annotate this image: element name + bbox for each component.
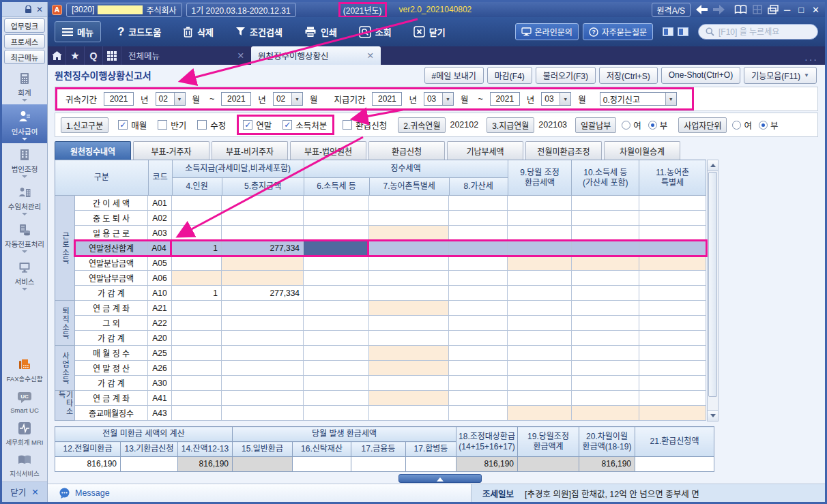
grid-cell[interactable] [304,256,369,271]
grid-cell[interactable] [508,271,572,286]
grid-cell[interactable] [449,271,508,286]
row-code-cell[interactable]: A20 [148,331,172,346]
row-label-cell[interactable]: 연 금 계 좌 [75,391,148,406]
grid-cell[interactable] [304,406,369,421]
row-label-cell[interactable]: 연말납부금액 [75,271,148,286]
grid-cell[interactable] [369,346,449,361]
row-label-cell[interactable]: 일 용 근 로 [75,226,148,241]
grid-cell[interactable] [449,346,508,361]
sidebar-item-service[interactable]: 서비스 [2,256,47,293]
panel-window-icon[interactable] [663,27,673,36]
minimize-button[interactable]: ─ [784,5,792,15]
radio-lump-no[interactable]: 부 [648,119,668,132]
grid-cell[interactable] [369,211,449,226]
grid-cell[interactable] [449,361,508,376]
grid-cell[interactable] [172,256,222,271]
grid-cell[interactable] [508,226,572,241]
grid-cell[interactable] [639,211,706,226]
grid-cell[interactable] [572,331,639,346]
save-button[interactable]: 저장(Ctrl+S) [599,67,658,84]
row-label-cell[interactable]: 가 감 계 [75,331,148,346]
table-row[interactable]: 종교매월징수A43 [75,406,706,421]
summary-value-19[interactable] [518,457,579,472]
message-panel[interactable]: Message [48,484,471,502]
grid-cell[interactable] [449,196,508,211]
checkbox-box[interactable] [158,120,167,130]
pay-to-year-input[interactable] [490,92,520,106]
grid-cell[interactable] [508,376,572,391]
summary-value-20[interactable]: 816,190 [579,457,635,472]
row-label-cell[interactable]: 그 외 [75,316,148,331]
grid-cell[interactable] [222,346,304,361]
grid-cell[interactable] [449,211,508,226]
table-row[interactable]: 중 도 퇴 사A02 [75,211,706,226]
delete-button[interactable]: 삭제 [176,22,220,42]
grid-cell[interactable] [572,361,639,376]
home-icon[interactable] [48,46,66,65]
grid-cell[interactable] [449,316,508,331]
grid-cell[interactable] [508,256,572,271]
checkbox-box[interactable] [118,120,128,130]
tab-refund-request[interactable]: 환급신청 [368,141,445,160]
summary-value-14[interactable]: 816,190 [178,457,233,472]
collapse-panel-button[interactable] [398,474,482,483]
summary-value-17b[interactable] [406,457,456,472]
grid-cell[interactable] [639,196,706,211]
row-code-cell[interactable]: A06 [148,271,172,286]
back-arrow-icon[interactable] [696,5,708,14]
table-row[interactable]: 가 감 계A101277,334 [75,286,706,301]
row-label-cell[interactable]: 간 이 세 액 [75,196,148,211]
summary-value-15[interactable] [233,457,293,472]
summary-value-18[interactable]: 816,190 [456,457,518,472]
checkbox-yearend[interactable]: 연말 [243,119,272,132]
grid-cell[interactable] [369,316,449,331]
summary-value-16[interactable] [293,457,351,472]
row-label-cell[interactable]: 종교매월징수 [75,406,148,421]
table-row[interactable]: 연말납부금액A06 [75,271,706,286]
grid-cell[interactable] [639,346,706,361]
grid-cell[interactable] [449,406,508,421]
tab-annex-nonresident[interactable]: 부표-비거주자 [212,141,288,160]
radio-circle[interactable] [732,121,741,130]
table-row[interactable]: 연 말 정 산A26 [75,361,706,376]
grid-cell[interactable]: 1 [172,241,222,256]
row-code-cell[interactable]: A03 [148,226,172,241]
closing-button[interactable]: 마감(F4) [487,67,532,84]
attr-to-year-input[interactable] [221,92,251,106]
summary-value-12[interactable]: 816,190 [55,457,121,472]
grid-cell[interactable] [508,331,572,346]
report-type-select[interactable]: 0.정기신고▼ [600,92,677,106]
grid-cell[interactable] [572,256,639,271]
grid-cell[interactable] [304,331,369,346]
row-code-cell[interactable]: A10 [148,286,172,301]
table-row[interactable]: 연말분납금액A05 [75,256,706,271]
pay-to-month-select[interactable]: 03▼ [541,92,571,106]
sidebar-item-tax-mri[interactable]: 세무회계 MRI [2,417,47,450]
radio-bizunit-no[interactable]: 부 [759,119,779,132]
tab-annex-resident[interactable]: 부표-거주자 [133,141,209,160]
grid-cell[interactable] [304,391,369,406]
grid-cell[interactable] [222,316,304,331]
table-row[interactable]: 연말정산합계A041277,334 [75,241,706,256]
grid-cell[interactable] [639,331,706,346]
grid-cell[interactable] [449,391,508,406]
function-group-button[interactable]: 기능모음(F11)▼ [744,67,817,84]
grid-cell[interactable] [639,286,706,301]
radio-circle[interactable] [622,121,630,130]
sidebar-button-process[interactable]: 프로세스 [4,34,45,48]
grid-cell[interactable] [304,346,369,361]
code-help-button[interactable]: ? 코드도움 [111,22,168,42]
panel-window-icon-2[interactable] [678,27,688,36]
close-button[interactable]: ✕ [812,5,821,15]
grid-cell[interactable] [572,301,639,316]
grid-cell[interactable] [369,226,449,241]
close-form-button[interactable]: 닫기 [407,22,452,42]
grid-cell[interactable] [222,361,304,376]
mail-send-button[interactable]: #메일 보내기 [424,67,484,84]
tab-all-menu[interactable]: 전체메뉴 ✕ [121,46,251,65]
menu-button[interactable]: 메뉴 [55,21,101,42]
grid-cell[interactable] [222,226,304,241]
table-row[interactable]: 일 용 근 로A03 [75,226,706,241]
grid-cell[interactable] [508,301,572,316]
row-label-cell[interactable]: 연말정산합계 [75,241,148,256]
